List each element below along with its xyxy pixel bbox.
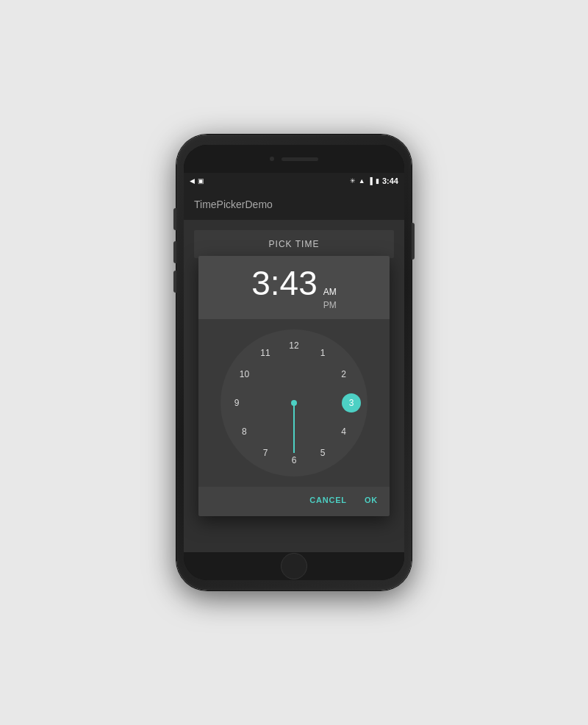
nfc-icon: ▣ xyxy=(198,177,204,185)
clock-number-2[interactable]: 2 xyxy=(334,365,354,384)
clock-hand xyxy=(293,403,295,453)
app-bar: TimePickerDemo xyxy=(184,189,404,220)
cancel-button[interactable]: CANCEL xyxy=(306,491,350,509)
time-display: 3:43 AM PM xyxy=(251,266,337,312)
am-option[interactable]: AM xyxy=(323,285,337,299)
speaker-grille xyxy=(282,157,318,161)
clock-number-9[interactable]: 9 xyxy=(227,393,246,413)
phone-top-bezel xyxy=(184,145,404,173)
status-time: 3:44 xyxy=(382,176,398,185)
wifi-icon: ▲ xyxy=(359,177,365,185)
clock-number-6[interactable]: 6 xyxy=(284,451,304,470)
clock-number-4[interactable]: 4 xyxy=(334,422,354,441)
clock-number-8[interactable]: 8 xyxy=(234,422,254,441)
camera-dot xyxy=(270,157,274,161)
phone-screen-wrapper: ◀ ▣ ✳ ▲ ▐ ▮ 3:44 TimePickerDemo PICK TIM… xyxy=(184,145,404,580)
bluetooth-icon: ✳ xyxy=(350,177,356,185)
time-picker-dialog: 3:43 AM PM xyxy=(198,256,390,516)
clock-number-1[interactable]: 1 xyxy=(313,343,332,362)
clock-face[interactable]: 121234567891011 xyxy=(220,329,368,476)
clock-number-10[interactable]: 10 xyxy=(234,365,254,384)
clock-number-12[interactable]: 12 xyxy=(284,336,304,355)
clock-number-7[interactable]: 7 xyxy=(256,443,275,463)
clock-number-3[interactable]: 3 xyxy=(342,393,361,413)
signal-icon: ▐ xyxy=(368,177,373,185)
time-header: 3:43 AM PM xyxy=(198,256,390,319)
phone-screen: ◀ ▣ ✳ ▲ ▐ ▮ 3:44 TimePickerDemo PICK TIM… xyxy=(184,173,404,552)
dialog-buttons: CANCEL OK xyxy=(198,487,390,516)
status-icons-right: ✳ ▲ ▐ ▮ 3:44 xyxy=(350,176,398,185)
status-icons-left: ◀ ▣ xyxy=(190,177,204,185)
phone-device: ◀ ▣ ✳ ▲ ▐ ▮ 3:44 TimePickerDemo PICK TIM… xyxy=(176,135,412,590)
notification-icon: ◀ xyxy=(190,177,195,185)
time-value: 3:43 xyxy=(251,266,318,300)
ok-button[interactable]: OK xyxy=(362,491,381,509)
pm-option[interactable]: PM xyxy=(323,299,337,312)
clock-number-5[interactable]: 5 xyxy=(313,443,332,463)
clock-center-dot xyxy=(291,400,297,406)
main-content: PICK TIME Pick a time... 3:43 AM PM xyxy=(184,220,404,552)
home-button[interactable] xyxy=(281,553,307,579)
phone-bottom-bezel xyxy=(184,552,404,580)
clock-area: 121234567891011 xyxy=(198,319,390,487)
battery-icon: ▮ xyxy=(376,177,379,185)
dialog-overlay: 3:43 AM PM xyxy=(184,220,404,552)
app-title: TimePickerDemo xyxy=(194,199,273,210)
time-ampm-selector: AM PM xyxy=(323,285,337,312)
clock-number-11[interactable]: 11 xyxy=(256,343,275,362)
status-bar: ◀ ▣ ✳ ▲ ▐ ▮ 3:44 xyxy=(184,173,404,189)
